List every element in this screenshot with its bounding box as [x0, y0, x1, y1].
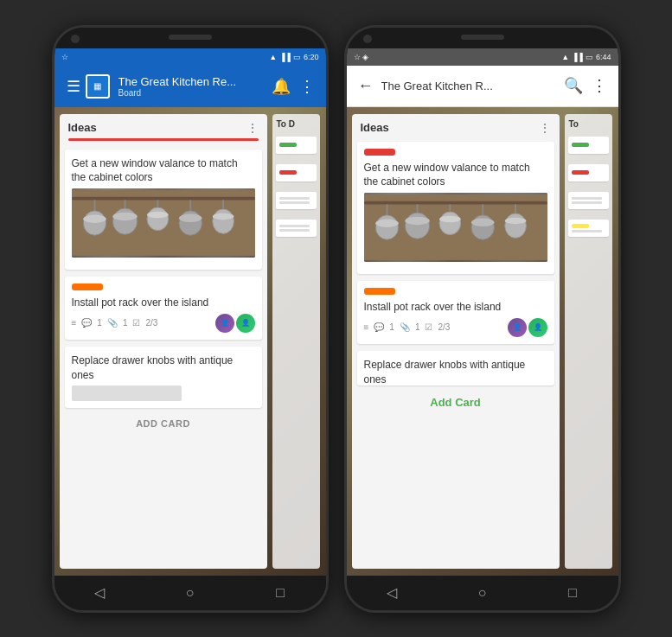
partial-line-3a [572, 197, 602, 200]
card-label-red-2 [364, 149, 395, 156]
attachment-icon-1: 📎 [107, 318, 118, 328]
svg-point-4 [83, 215, 106, 223]
attachment-icon-2: 📎 [400, 322, 410, 332]
avatar-face-1: 👤 [215, 314, 234, 333]
card-text-pot-rack-1: Install pot rack over the island [72, 296, 255, 310]
status-bar-2: ☆ ◈ ▲ ▐▐ ▭ 6:44 [347, 48, 618, 66]
phone-camera-2 [363, 35, 372, 43]
list-menu-ideas-2[interactable]: ⋮ [539, 121, 551, 135]
status-star-icon: ☆ [61, 53, 68, 61]
comment-icon-2: 💬 [374, 322, 384, 332]
avatar-1-card1: 👤 [215, 314, 234, 333]
attachment-count-1: 1 [123, 318, 128, 328]
status-bar-right-1: ▲ ▐▐ ▭ 6:20 [269, 53, 318, 61]
card-avatars-2: 👤 👤 [508, 318, 547, 337]
card-text-knobs-2: Replace drawer knobs with antique ones [364, 358, 547, 385]
list-accent-ideas-1 [68, 138, 259, 141]
card-pot-rack-2[interactable]: Install pot rack over the island ≡ 💬 1 📎… [357, 281, 554, 344]
partial-card-rem-1[interactable] [276, 164, 317, 182]
partial-card-rem-2[interactable] [568, 164, 609, 182]
svg-point-27 [439, 216, 461, 223]
partial-line-2b [279, 229, 310, 232]
board-scroll-1[interactable]: Ideas ⋮ Get a new window valance to matc… [54, 107, 326, 576]
menu-small-icon-1: ≡ [72, 318, 77, 328]
svg-point-10 [147, 212, 169, 219]
partial-lines-2 [279, 225, 310, 232]
svg-point-15 [212, 209, 234, 233]
partial-card-inst2-2[interactable] [568, 220, 609, 237]
svg-point-21 [375, 220, 399, 227]
card-label-orange-1 [72, 283, 103, 290]
status-bar-left-1: ☆ [61, 53, 68, 61]
card-window-valance-2[interactable]: Get a new window valance to match the ca… [357, 142, 554, 275]
add-card-btn-1[interactable]: ADD CARD [60, 411, 267, 436]
menu-icon[interactable]: ☰ [61, 77, 86, 96]
search-icon-2[interactable]: 🔍 [561, 76, 586, 95]
time-2: 6:44 [596, 53, 611, 61]
board-content-1: Ideas ⋮ Get a new window valance to matc… [54, 107, 326, 576]
todo-list-2: To [565, 114, 612, 569]
todo-title-2: To [565, 114, 612, 134]
toolbar-title-1: The Great Kitchen Re... Board [118, 75, 269, 98]
card-pot-rack-1[interactable]: Install pot rack over the island ≡ 💬 1 📎… [65, 277, 262, 340]
checklist-count-2: 2/3 [438, 322, 450, 332]
home-nav-btn-1[interactable]: ○ [179, 583, 200, 603]
toolbar-actions-1: 🔔 ⋮ [269, 77, 319, 96]
partial-card-inst-2[interactable] [568, 192, 609, 209]
card-window-valance-1[interactable]: Get a new window valance to match the ca… [65, 150, 262, 271]
signal-icon-2: ▐▐ [572, 53, 583, 61]
card-image-pots-2 [364, 193, 547, 262]
svg-point-26 [439, 212, 461, 235]
avatar-face-1b: 👤 [508, 318, 527, 337]
back-nav-btn-2[interactable]: ◁ [381, 583, 402, 603]
phone-camera-1 [71, 35, 80, 43]
svg-point-33 [504, 218, 526, 225]
ideas-list-1: Ideas ⋮ Get a new window valance to matc… [60, 114, 267, 569]
phone-nav-2: ◁ ○ □ [347, 576, 618, 610]
card-drawer-knobs-2[interactable]: Replace drawer knobs with antique ones [357, 351, 554, 385]
back-nav-btn-1[interactable]: ◁ [89, 583, 110, 603]
board-scroll-2[interactable]: Ideas ⋮ Get a new window valance to matc… [347, 107, 618, 576]
partial-line-1b [279, 201, 310, 204]
partial-card-adj-1[interactable] [276, 137, 317, 154]
status-bar-right-2: ▲ ▐▐ ▭ 6:44 [561, 53, 611, 61]
phone-speaker-1 [169, 35, 212, 40]
phone-nav-1: ◁ ○ □ [54, 576, 326, 610]
wifi-icon-2: ▲ [561, 53, 569, 61]
battery-icon: ▭ [293, 53, 301, 61]
add-card-btn-2[interactable]: Add Card [352, 389, 560, 416]
todo-title-1: To D [272, 114, 320, 134]
svg-point-9 [147, 207, 169, 231]
checklist-icon-1: ☑ [132, 318, 140, 328]
list-header-ideas-2: Ideas ⋮ [352, 114, 560, 138]
card-image-pots-1 [72, 188, 255, 258]
list-header-ideas-1: Ideas ⋮ [60, 114, 267, 138]
back-icon-2[interactable]: ← [354, 77, 378, 95]
notification-icon[interactable]: 🔔 [269, 77, 293, 96]
comment-count-1: 1 [97, 318, 102, 328]
battery-icon-2: ▭ [586, 53, 593, 61]
partial-card-inst2-1[interactable] [276, 220, 317, 237]
card-meta-2: ≡ 💬 1 📎 1 ☑ 2/3 👤 👤 [364, 318, 547, 337]
partial-card-adj-2[interactable] [568, 137, 609, 154]
comment-icon-1: 💬 [81, 318, 92, 328]
attachment-count-2: 1 [415, 322, 420, 332]
phone-top-bar-2 [347, 28, 618, 48]
list-title-ideas-2: Ideas [361, 121, 389, 134]
card-meta-1: ≡ 💬 1 📎 1 ☑ 2/3 👤 👤 [72, 314, 255, 333]
phone-speaker-2 [461, 35, 504, 40]
svg-point-16 [212, 213, 234, 220]
card-drawer-knobs-1[interactable]: Replace drawer knobs with antique ones [65, 347, 262, 409]
list-title-ideas-1: Ideas [68, 121, 97, 134]
time-1: 6:20 [304, 53, 319, 61]
partial-label-yellow-2 [572, 224, 589, 228]
home-nav-btn-2[interactable]: ○ [471, 583, 492, 603]
recent-nav-btn-2[interactable]: □ [562, 583, 583, 603]
more-icon-1[interactable]: ⋮ [295, 77, 319, 96]
list-menu-ideas-1[interactable]: ⋮ [246, 121, 259, 135]
card-label-orange-2 [364, 288, 395, 295]
recent-nav-btn-1[interactable]: □ [270, 583, 291, 603]
partial-label-green-2 [572, 143, 589, 147]
partial-card-inst-1[interactable] [276, 192, 317, 209]
more-icon-2[interactable]: ⋮ [587, 76, 611, 95]
